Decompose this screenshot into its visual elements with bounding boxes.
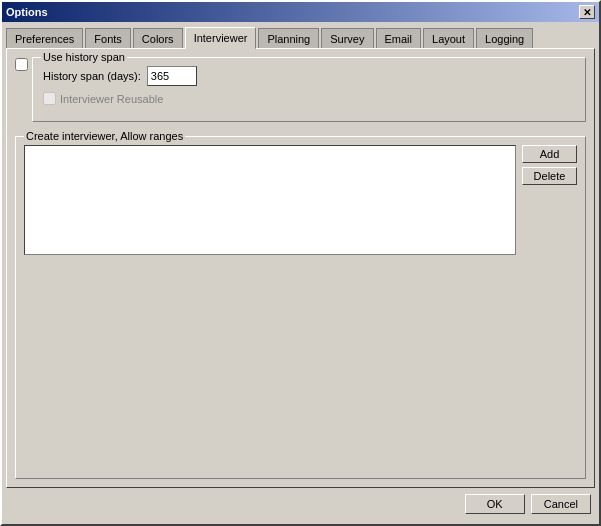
create-list-box[interactable] [24, 145, 516, 255]
create-buttons: Add Delete [522, 145, 577, 185]
history-span-row: History span (days): [43, 66, 577, 86]
options-window: Options ✕ Preferences Fonts Colors Inter… [0, 0, 601, 526]
tab-panel-interviewer: Use history span History span (days): In… [6, 48, 595, 488]
use-history-span-row: Use history span History span (days): In… [15, 57, 586, 122]
ok-button[interactable]: OK [465, 494, 525, 514]
use-history-span-checkbox[interactable] [15, 58, 28, 71]
window-content: Preferences Fonts Colors Interviewer Pla… [2, 22, 599, 524]
history-group-box: Use history span History span (days): In… [32, 57, 586, 122]
tab-colors[interactable]: Colors [133, 28, 183, 50]
use-history-span-section: Use history span History span (days): In… [15, 57, 586, 126]
interviewer-reusable-checkbox[interactable] [43, 92, 56, 105]
tab-planning[interactable]: Planning [258, 28, 319, 50]
interviewer-reusable-label: Interviewer Reusable [60, 93, 163, 105]
window-title: Options [6, 6, 48, 18]
create-list-wrap [24, 145, 516, 255]
cancel-button[interactable]: Cancel [531, 494, 591, 514]
history-group-label: Use history span [41, 51, 127, 63]
interviewer-reusable-row: Interviewer Reusable [43, 92, 577, 105]
bottom-buttons: OK Cancel [6, 488, 595, 520]
tab-layout[interactable]: Layout [423, 28, 474, 50]
tabs-bar: Preferences Fonts Colors Interviewer Pla… [6, 26, 595, 48]
tab-logging[interactable]: Logging [476, 28, 533, 50]
tab-survey[interactable]: Survey [321, 28, 373, 50]
tab-fonts[interactable]: Fonts [85, 28, 131, 50]
tab-email[interactable]: Email [376, 28, 422, 50]
history-span-input[interactable] [147, 66, 197, 86]
title-bar-left: Options [6, 6, 48, 18]
tab-interviewer[interactable]: Interviewer [185, 27, 257, 49]
create-section: Add Delete [24, 145, 577, 265]
title-bar: Options ✕ [2, 2, 599, 22]
add-button[interactable]: Add [522, 145, 577, 163]
tab-preferences[interactable]: Preferences [6, 28, 83, 50]
close-button[interactable]: ✕ [579, 5, 595, 19]
create-group-label: Create interviewer, Allow ranges [24, 130, 185, 142]
create-group-box: Create interviewer, Allow ranges Add Del… [15, 136, 586, 479]
delete-button[interactable]: Delete [522, 167, 577, 185]
history-span-label: History span (days): [43, 70, 141, 82]
